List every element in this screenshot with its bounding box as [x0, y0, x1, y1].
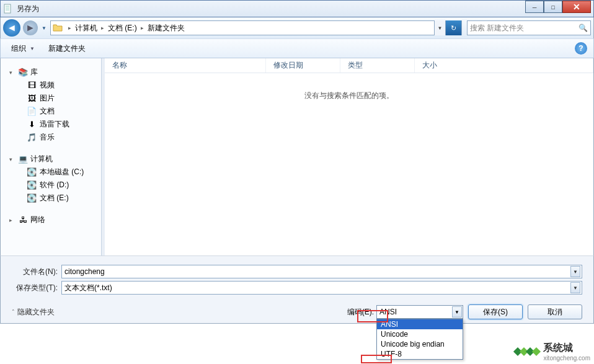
filetype-select[interactable]: 文本文档(*.txt) ▼ [61, 281, 582, 295]
video-icon: 🎞 [27, 81, 37, 91]
chevron-up-icon: ˄ [12, 309, 15, 315]
search-placeholder: 搜索 新建文件夹 [470, 23, 524, 33]
col-date[interactable]: 修改日期 [266, 58, 340, 73]
drive-icon: 💽 [27, 193, 37, 203]
forward-button[interactable]: ► [23, 20, 38, 35]
crumb-drive[interactable]: 文档 (E:) [108, 23, 137, 33]
collapse-icon[interactable]: ▾ [9, 69, 16, 76]
col-name[interactable]: 名称 [105, 58, 266, 73]
help-button[interactable]: ? [575, 42, 587, 55]
encoding-option-unicode-be[interactable]: Unicode big endian [377, 339, 463, 349]
crumb-computer[interactable]: 计算机 [75, 23, 97, 33]
minimize-button[interactable]: — [525, 1, 544, 13]
tree-drive-c[interactable]: 💽本地磁盘 (C:) [9, 166, 105, 179]
col-size[interactable]: 大小 [415, 58, 593, 73]
cancel-button[interactable]: 取消 [528, 304, 582, 319]
svg-rect-0 [4, 4, 11, 13]
encoding-option-unicode[interactable]: Unicode [377, 329, 463, 339]
filename-label: 文件名(N): [12, 267, 58, 277]
tree-network[interactable]: ▸ 🖧 网络 [9, 213, 105, 226]
chevron-down-icon[interactable]: ▼ [452, 306, 462, 317]
network-icon: 🖧 [18, 215, 28, 225]
tree-thunder[interactable]: ⬇迅雷下载 [9, 118, 105, 131]
refresh-button[interactable]: ↻ [445, 20, 461, 35]
empty-message: 没有与搜索条件匹配的项。 [105, 91, 593, 101]
hide-folders-toggle[interactable]: ˄ 隐藏文件夹 [12, 307, 55, 317]
list-header: 名称 修改日期 类型 大小 [105, 58, 593, 73]
close-button[interactable]: ✕ [562, 1, 591, 13]
watermark-logo [515, 348, 539, 355]
encoding-select[interactable]: ANSI ▼ [376, 305, 463, 319]
back-button[interactable]: ◄ [3, 19, 20, 37]
computer-icon: 💻 [18, 154, 28, 164]
tree-libraries[interactable]: ▾ 📚 库 [9, 66, 105, 79]
maximize-button[interactable]: ☐ [544, 1, 562, 13]
window-title: 另存为 [17, 4, 39, 14]
watermark: 系统城 xitongcheng.com [515, 342, 590, 362]
tree-pictures[interactable]: 🖼图片 [9, 92, 105, 105]
drive-icon: 💽 [27, 167, 37, 177]
title-bar: 另存为 — ☐ ✕ [0, 0, 594, 17]
music-icon: 🎵 [27, 133, 37, 143]
expand-icon[interactable]: ▸ [9, 217, 16, 223]
chevron-down-icon[interactable]: ▼ [570, 282, 580, 293]
body-area: ▾ 📚 库 🎞视频 🖼图片 📄文档 ⬇迅雷下载 🎵音乐 ▾ 💻 计算机 💽本地磁… [0, 58, 594, 255]
save-button[interactable]: 保存(S) [468, 304, 523, 319]
breadcrumb[interactable]: ▸计算机 ▸文档 (E:) ▸新建文件夹 [66, 23, 185, 33]
tree-documents[interactable]: 📄文档 [9, 105, 105, 118]
encoding-option-ansi[interactable]: ANSI [377, 319, 463, 329]
chevron-down-icon: ▼ [30, 46, 35, 51]
filetype-label: 保存类型(T): [12, 283, 58, 293]
tree-drive-d[interactable]: 💽软件 (D:) [9, 179, 105, 192]
tree-drive-e[interactable]: 💽文档 (E:) [9, 192, 105, 205]
navigation-pane[interactable]: ▾ 📚 库 🎞视频 🖼图片 📄文档 ⬇迅雷下载 🎵音乐 ▾ 💻 计算机 💽本地磁… [1, 58, 105, 255]
address-dropdown[interactable]: ▼ [434, 20, 445, 35]
encoding-option-utf8[interactable]: UTF-8 [377, 349, 463, 359]
new-folder-button[interactable]: 新建文件夹 [43, 41, 91, 56]
search-icon: 🔍 [578, 24, 588, 32]
navigation-bar: ◄ ► ▼ ▸计算机 ▸文档 (E:) ▸新建文件夹 ▼ ↻ 搜索 新建文件夹 … [0, 17, 594, 38]
tree-videos[interactable]: 🎞视频 [9, 79, 105, 92]
nav-history-dropdown[interactable]: ▼ [40, 20, 48, 35]
folder-icon [52, 22, 63, 33]
window-controls: — ☐ ✕ [525, 1, 591, 13]
toolbar: 组织▼ 新建文件夹 ? [0, 38, 594, 58]
crumb-folder[interactable]: 新建文件夹 [148, 23, 185, 33]
encoding-dropdown: ANSI Unicode Unicode big endian UTF-8 [376, 319, 463, 360]
documents-icon: 📄 [27, 107, 37, 117]
download-icon: ⬇ [27, 120, 37, 130]
pictures-icon: 🖼 [27, 94, 37, 104]
search-input[interactable]: 搜索 新建文件夹 🔍 [467, 20, 591, 35]
col-type[interactable]: 类型 [340, 58, 415, 73]
notepad-icon [3, 4, 13, 14]
save-form: 文件名(N): citongcheng ▼ 保存类型(T): 文本文档(*.tx… [0, 255, 594, 324]
filename-input[interactable]: citongcheng ▼ [61, 265, 582, 278]
address-bar[interactable]: ▸计算机 ▸文档 (E:) ▸新建文件夹 ▼ ↻ [50, 20, 462, 35]
collapse-icon[interactable]: ▾ [9, 156, 16, 162]
chevron-down-icon[interactable]: ▼ [570, 266, 580, 277]
encoding-label: 编码(E): [347, 307, 374, 317]
tree-music[interactable]: 🎵音乐 [9, 131, 105, 144]
drive-icon: 💽 [27, 180, 37, 190]
organize-menu[interactable]: 组织▼ [6, 41, 40, 56]
file-list-pane[interactable]: 名称 修改日期 类型 大小 没有与搜索条件匹配的项。 [105, 58, 593, 255]
tree-computer[interactable]: ▾ 💻 计算机 [9, 153, 105, 166]
libraries-icon: 📚 [18, 68, 28, 78]
